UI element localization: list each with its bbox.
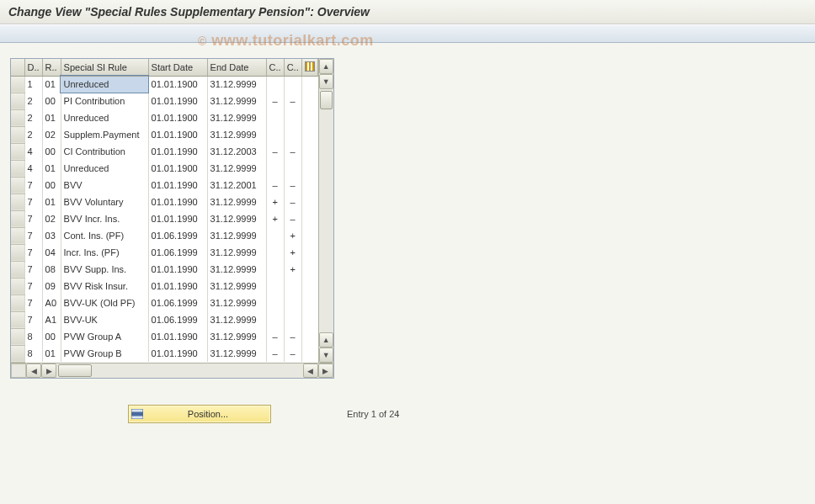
cell-r[interactable]: 01 [42,160,61,177]
cell-rule[interactable]: Unreduced [61,160,148,177]
cell-end[interactable]: 31.12.9999 [207,109,266,126]
table-row[interactable]: 704Incr. Ins. (PF)01.06.199931.12.9999+ [11,244,317,261]
row-selector[interactable] [11,311,24,328]
vertical-scrollbar[interactable]: ▲ ▼ ▲ ▼ [318,59,333,363]
cell-start[interactable]: 01.01.1900 [148,76,207,93]
cell-c1[interactable] [266,311,284,328]
cell-r[interactable]: 01 [42,109,61,126]
table-row[interactable]: 700BVV01.01.199031.12.2001–– [11,177,317,194]
cell-end[interactable]: 31.12.9999 [207,227,266,244]
hscroll-track[interactable] [56,363,303,378]
scroll-down-button-bottom[interactable]: ▼ [319,347,333,363]
cell-c1[interactable]: – [266,328,284,345]
cell-end[interactable]: 31.12.2001 [207,177,266,194]
cell-end[interactable]: 31.12.9999 [207,160,266,177]
cell-rule[interactable]: PVW Group B [61,345,148,362]
cell-end[interactable]: 31.12.9999 [207,244,266,261]
table-row[interactable]: 200PI Contribution01.01.199031.12.9999–– [11,93,317,109]
horizontal-scrollbar[interactable]: ◀ ▶ ◀ ▶ [11,363,333,378]
cell-start[interactable]: 01.01.1990 [148,345,207,362]
col-header-r[interactable]: R.. [42,59,61,76]
cell-end[interactable]: 31.12.9999 [207,345,266,362]
cell-rule[interactable]: BVV [61,177,148,194]
cell-c2[interactable] [284,109,301,126]
cell-c2[interactable] [284,160,301,177]
table-row[interactable]: 702BVV Incr. Ins.01.01.199031.12.9999+– [11,210,317,227]
scroll-up-button-bottom[interactable]: ▲ [319,332,333,347]
row-selector[interactable] [11,345,24,362]
cell-r[interactable]: 04 [42,244,61,261]
cell-rule[interactable]: PI Contribution [61,93,148,109]
cell-rule[interactable]: Unreduced [61,109,148,126]
row-selector[interactable] [11,294,24,311]
cell-d[interactable]: 4 [24,143,42,160]
cell-start[interactable]: 01.01.1990 [148,143,207,160]
cell-end[interactable]: 31.12.9999 [207,261,266,278]
cell-end[interactable]: 31.12.9999 [207,93,266,109]
cell-d[interactable]: 8 [24,345,42,362]
scroll-right-button-2[interactable]: ▶ [318,363,333,378]
row-selector[interactable] [11,328,24,345]
table-row[interactable]: 709BVV Risk Insur.01.01.199031.12.9999 [11,278,317,294]
cell-r[interactable]: 00 [42,328,61,345]
cell-rule[interactable]: Supplem.Payment [61,126,148,143]
cell-d[interactable]: 7 [24,294,42,311]
position-button[interactable]: Position... [128,405,271,423]
table-row[interactable]: 800PVW Group A01.01.199031.12.9999–– [11,328,317,345]
cell-c2[interactable]: – [284,345,301,362]
cell-end[interactable]: 31.12.9999 [207,76,266,93]
col-header-config[interactable] [301,59,317,76]
col-header-rule[interactable]: Special SI Rule [61,59,148,76]
row-selector[interactable] [11,278,24,294]
cell-start[interactable]: 01.01.1990 [148,210,207,227]
cell-end[interactable]: 31.12.9999 [207,210,266,227]
cell-end[interactable]: 31.12.9999 [207,311,266,328]
cell-start[interactable]: 01.06.1999 [148,311,207,328]
row-selector[interactable] [11,194,24,210]
row-selector[interactable] [11,244,24,261]
cell-start[interactable]: 01.06.1999 [148,294,207,311]
cell-rule[interactable]: BVV Incr. Ins. [61,210,148,227]
cell-r[interactable]: 03 [42,227,61,244]
row-selector[interactable] [11,143,24,160]
cell-d[interactable]: 1 [24,76,42,93]
cell-c2[interactable] [284,311,301,328]
row-selector[interactable] [11,76,24,93]
cell-c2[interactable]: – [284,210,301,227]
row-selector[interactable] [11,261,24,278]
cell-c1[interactable] [266,227,284,244]
cell-c2[interactable]: – [284,194,301,210]
cell-d[interactable]: 2 [24,93,42,109]
cell-d[interactable]: 8 [24,328,42,345]
cell-r[interactable]: 01 [42,76,61,93]
cell-rule[interactable]: Incr. Ins. (PF) [61,244,148,261]
cell-c2[interactable] [284,278,301,294]
row-selector[interactable] [11,160,24,177]
cell-start[interactable]: 01.01.1990 [148,93,207,109]
cell-r[interactable]: 02 [42,210,61,227]
cell-c2[interactable]: – [284,177,301,194]
cell-d[interactable]: 7 [24,244,42,261]
row-selector[interactable] [11,109,24,126]
cell-r[interactable]: 00 [42,93,61,109]
table-row[interactable]: 801PVW Group B01.01.199031.12.9999–– [11,345,317,362]
cell-r[interactable]: 09 [42,278,61,294]
cell-c2[interactable]: – [284,143,301,160]
cell-c1[interactable] [266,261,284,278]
cell-r[interactable]: A0 [42,294,61,311]
cell-c2[interactable]: – [284,328,301,345]
cell-c2[interactable]: – [284,93,301,109]
cell-r[interactable]: 00 [42,143,61,160]
cell-c1[interactable] [266,76,284,93]
cell-d[interactable]: 7 [24,261,42,278]
cell-start[interactable]: 01.01.1900 [148,160,207,177]
cell-c2[interactable] [284,76,301,93]
cell-c2[interactable]: + [284,244,301,261]
cell-start[interactable]: 01.06.1999 [148,244,207,261]
cell-r[interactable]: 00 [42,177,61,194]
col-header-start[interactable]: Start Date [148,59,207,76]
row-selector[interactable] [11,210,24,227]
cell-start[interactable]: 01.06.1999 [148,227,207,244]
col-header-c1[interactable]: C.. [266,59,284,76]
table-row[interactable]: 708BVV Supp. Ins.01.01.199031.12.9999+ [11,261,317,278]
